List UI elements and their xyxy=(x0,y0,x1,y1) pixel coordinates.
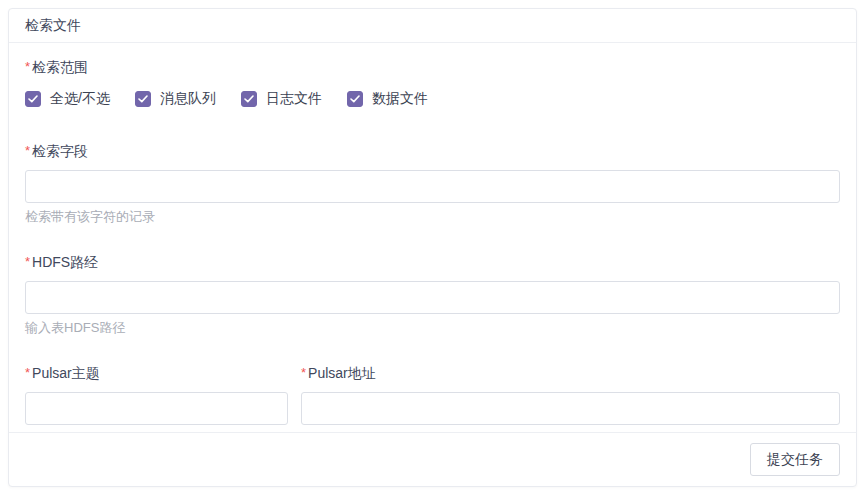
card-title: 检索文件 xyxy=(9,9,856,43)
form-row-pulsar: *Pulsar主题 输入Pulsar主题 *Pulsar地址 输入Pulsar地… xyxy=(25,363,840,432)
checkbox-label: 消息队列 xyxy=(160,90,216,108)
search-scope-label: *检索范围 xyxy=(25,57,840,77)
hdfs-path-hint: 输入表HDFS路径 xyxy=(25,320,840,336)
checkbox-log-files[interactable]: 日志文件 xyxy=(241,90,322,108)
checkbox-checked-icon[interactable] xyxy=(25,91,41,107)
pulsar-topic-label-text: Pulsar主题 xyxy=(32,365,100,381)
checkbox-label: 日志文件 xyxy=(266,90,322,108)
search-field-input[interactable] xyxy=(25,170,840,203)
required-asterisk: * xyxy=(25,59,30,74)
checkbox-label: 数据文件 xyxy=(372,90,428,108)
check-icon xyxy=(28,95,38,103)
form-body: *检索范围 全选/不选 消息队列 日志文件 数据文件 xyxy=(9,43,856,432)
check-icon xyxy=(350,95,360,103)
pulsar-address-label: *Pulsar地址 xyxy=(301,363,840,383)
checkbox-checked-icon[interactable] xyxy=(135,91,151,107)
pulsar-address-input[interactable] xyxy=(301,392,840,425)
required-asterisk: * xyxy=(301,365,306,380)
checkbox-data-files[interactable]: 数据文件 xyxy=(347,90,428,108)
checkbox-checked-icon[interactable] xyxy=(241,91,257,107)
pulsar-topic-input[interactable] xyxy=(25,392,288,425)
search-files-card: 检索文件 *检索范围 全选/不选 消息队列 日志文件 xyxy=(8,8,857,487)
submit-task-button[interactable]: 提交任务 xyxy=(750,443,840,476)
form-item-pulsar-topic: *Pulsar主题 输入Pulsar主题 xyxy=(25,363,288,432)
form-item-search-scope: *检索范围 全选/不选 消息队列 日志文件 数据文件 xyxy=(25,57,840,108)
required-asterisk: * xyxy=(25,254,30,269)
search-scope-checkbox-group: 全选/不选 消息队列 日志文件 数据文件 xyxy=(25,90,840,108)
checkbox-checked-icon[interactable] xyxy=(347,91,363,107)
form-item-pulsar-address: *Pulsar地址 输入Pulsar地址 xyxy=(301,363,840,432)
form-item-search-field: *检索字段 检索带有该字符的记录 xyxy=(25,141,840,225)
search-field-label-text: 检索字段 xyxy=(32,143,88,159)
form-item-hdfs-path: *HDFS路经 输入表HDFS路径 xyxy=(25,252,840,336)
hdfs-path-label: *HDFS路经 xyxy=(25,252,840,272)
search-field-label: *检索字段 xyxy=(25,141,840,161)
required-asterisk: * xyxy=(25,365,30,380)
hdfs-path-input[interactable] xyxy=(25,281,840,314)
checkbox-message-queue[interactable]: 消息队列 xyxy=(135,90,216,108)
required-asterisk: * xyxy=(25,143,30,158)
search-field-hint: 检索带有该字符的记录 xyxy=(25,209,840,225)
checkbox-label: 全选/不选 xyxy=(50,90,110,108)
check-icon xyxy=(244,95,254,103)
pulsar-address-label-text: Pulsar地址 xyxy=(308,365,376,381)
hdfs-path-label-text: HDFS路经 xyxy=(32,254,98,270)
check-icon xyxy=(138,95,148,103)
checkbox-select-all[interactable]: 全选/不选 xyxy=(25,90,110,108)
search-scope-label-text: 检索范围 xyxy=(32,59,88,75)
card-footer: 提交任务 xyxy=(9,432,856,486)
pulsar-topic-label: *Pulsar主题 xyxy=(25,363,288,383)
